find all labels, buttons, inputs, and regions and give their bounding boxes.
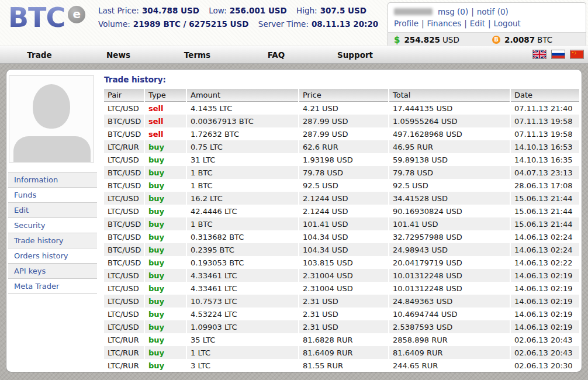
cell-pair: BTC/USD bbox=[104, 166, 144, 179]
cell-price: 62.6 RUR bbox=[299, 140, 388, 153]
language-flags bbox=[532, 50, 584, 59]
cell-date: 02.06.13 20:43 bbox=[511, 333, 579, 346]
cell-date: 02.06.13 20:43 bbox=[511, 346, 579, 359]
user-link-edit[interactable]: Edit bbox=[470, 19, 485, 28]
cell-price: 2.31 USD bbox=[299, 295, 388, 308]
cell-type: buy bbox=[145, 359, 186, 372]
cell-pair: BTC/USD bbox=[104, 217, 144, 230]
cell-type: buy bbox=[145, 282, 186, 295]
flag-china-icon[interactable] bbox=[570, 50, 584, 59]
nav-item-trade[interactable]: Trade bbox=[0, 50, 79, 60]
cell-date: 14.06.13 02:22 bbox=[511, 256, 579, 269]
cell-total: 497.1628968 USD bbox=[389, 127, 510, 140]
cell-total: 10.01312248 USD bbox=[389, 282, 510, 295]
column-header-amount: Amount bbox=[187, 89, 298, 102]
cell-type: buy bbox=[145, 153, 186, 166]
cell-date: 14.10.13 16:35 bbox=[511, 153, 579, 166]
table-row: LTC/USDbuy4.33461 LTC2.31004 USD10.01312… bbox=[104, 269, 579, 282]
cell-total: 32.72957988 USD bbox=[389, 230, 510, 243]
separator: | bbox=[488, 19, 491, 28]
flag-uk-icon[interactable] bbox=[532, 50, 547, 59]
sidebar-item-information[interactable]: Information bbox=[8, 172, 97, 187]
logo-e-badge: e bbox=[68, 6, 85, 23]
nav-item-terms[interactable]: Terms bbox=[158, 50, 237, 60]
table-row: BTC/USDbuy0.193053 BTC103.815 USD20.0417… bbox=[104, 256, 579, 269]
nav-item-faq[interactable]: FAQ bbox=[237, 50, 316, 60]
user-link-profile[interactable]: Profile bbox=[394, 19, 418, 28]
separator: | bbox=[464, 19, 467, 28]
cell-total: 46.95 RUR bbox=[389, 140, 510, 153]
cell-pair: LTC/USD bbox=[104, 320, 144, 333]
sidebar-item-meta-trader[interactable]: Meta Trader bbox=[8, 278, 97, 293]
volume-label: Volume: bbox=[98, 19, 130, 29]
cell-date: 15.06.13 21:44 bbox=[511, 217, 579, 230]
nav-item-news[interactable]: News bbox=[79, 50, 158, 60]
table-row: LTC/RURbuy0.75 LTC62.6 RUR46.95 RUR14.10… bbox=[104, 140, 579, 153]
cell-price: 2.1244 USD bbox=[299, 205, 388, 217]
cell-amount: 0.313682 BTC bbox=[187, 230, 298, 243]
cell-amount: 0.00367913 BTC bbox=[187, 115, 298, 127]
flag-russia-icon[interactable] bbox=[551, 50, 565, 59]
cell-amount: 4.1435 LTC bbox=[187, 102, 298, 115]
sidebar-item-orders-history[interactable]: Orders history bbox=[8, 248, 97, 263]
cell-amount: 42.4446 LTC bbox=[187, 205, 298, 217]
cell-price: 4.21 USD bbox=[299, 102, 388, 115]
cell-price: 104.34 USD bbox=[299, 243, 388, 256]
table-row: BTC/USDbuy1 BTC92.5 USD92.5 USD28.06.13 … bbox=[104, 179, 579, 192]
page-background: InformationFundsEditSecurityTrade histor… bbox=[0, 64, 588, 380]
cell-price: 81.6828 RUR bbox=[299, 333, 388, 346]
table-row: LTC/USDbuy42.4446 LTC2.1244 USD90.169308… bbox=[104, 205, 579, 217]
column-header-pair: Pair bbox=[104, 89, 144, 102]
cell-total: 79.78 USD bbox=[389, 166, 510, 179]
column-header-total: Total bbox=[389, 89, 510, 102]
user-link-logout[interactable]: Logout bbox=[494, 19, 521, 28]
balance-bar: $ 254.825 USD B 2.0087 BTC bbox=[388, 32, 586, 47]
cell-pair: BTC/USD bbox=[104, 127, 144, 140]
btc-e-logo[interactable]: BTC e bbox=[8, 2, 85, 33]
bitcoin-icon: B bbox=[492, 36, 500, 44]
cell-type: buy bbox=[145, 205, 186, 217]
cell-amount: 1.09903 LTC bbox=[187, 320, 298, 333]
cell-amount: 1 LTC bbox=[187, 346, 298, 359]
cell-price: 2.31004 USD bbox=[299, 269, 388, 282]
cell-total: 24.98943 USD bbox=[389, 243, 510, 256]
table-row: LTC/USDbuy31 LTC1.93198 USD59.89138 USD1… bbox=[104, 153, 579, 166]
cell-price: 92.5 USD bbox=[299, 179, 388, 192]
nav-item-support[interactable]: Support bbox=[316, 50, 395, 60]
user-link-finances[interactable]: Finances bbox=[427, 19, 462, 28]
table-row: LTC/USDbuy10.7573 LTC2.31 USD24.849363 U… bbox=[104, 295, 579, 308]
sidebar-item-security[interactable]: Security bbox=[8, 217, 97, 233]
messages-link[interactable]: msg (0) bbox=[438, 7, 468, 16]
cell-type: buy bbox=[145, 166, 186, 179]
cell-pair: LTC/RUR bbox=[104, 359, 144, 372]
table-row: BTC/USDsell1.72632 BTC287.99 USD497.1628… bbox=[104, 127, 579, 140]
sidebar-item-funds[interactable]: Funds bbox=[8, 187, 97, 202]
username-blurred[interactable] bbox=[394, 8, 433, 15]
cell-pair: BTC/USD bbox=[104, 179, 144, 192]
page-title: Trade history: bbox=[104, 75, 580, 85]
cell-type: buy bbox=[145, 217, 186, 230]
btc-balance-unit: BTC bbox=[537, 35, 552, 44]
sidebar-menu: InformationFundsEditSecurityTrade histor… bbox=[8, 172, 97, 294]
cell-date: 14.06.13 02:24 bbox=[511, 243, 579, 256]
ticker-line-2: Volume:21989 BTC / 6275215 USD Server Ti… bbox=[98, 18, 385, 31]
table-row: LTC/RURbuy1 LTC81.6409 RUR81.6409 RUR02.… bbox=[104, 346, 579, 359]
cell-pair: LTC/USD bbox=[104, 295, 144, 308]
table-row: LTC/RURbuy3 LTC81.55 RUR244.65 RUR02.06.… bbox=[104, 359, 579, 372]
sidebar-item-api-keys[interactable]: API keys bbox=[8, 263, 97, 278]
table-row: BTC/USDbuy1 BTC79.78 USD79.78 USD04.07.1… bbox=[104, 166, 579, 179]
content-panel: InformationFundsEditSecurityTrade histor… bbox=[6, 69, 582, 372]
sidebar-item-edit[interactable]: Edit bbox=[8, 202, 97, 217]
cell-amount: 1 BTC bbox=[187, 179, 298, 192]
cell-date: 02.06.13 20:30 bbox=[511, 359, 579, 372]
main-nav: TradeNewsTermsFAQSupport bbox=[0, 46, 588, 64]
sidebar-item-trade-history[interactable]: Trade history bbox=[8, 233, 97, 248]
cell-pair: BTC/USD bbox=[104, 230, 144, 243]
user-status-row: msg (0) | notif (0) bbox=[388, 3, 586, 17]
cell-date: 14.06.13 02:19 bbox=[511, 282, 579, 295]
last-price-value: 304.788 USD bbox=[142, 6, 199, 15]
cell-total: 34.41528 USD bbox=[389, 192, 510, 205]
market-ticker: Last Price:304.788 USD Low:256.001 USD H… bbox=[98, 4, 385, 31]
notifications-link[interactable]: notif (0) bbox=[477, 7, 509, 16]
cell-price: 81.6409 RUR bbox=[299, 346, 388, 359]
